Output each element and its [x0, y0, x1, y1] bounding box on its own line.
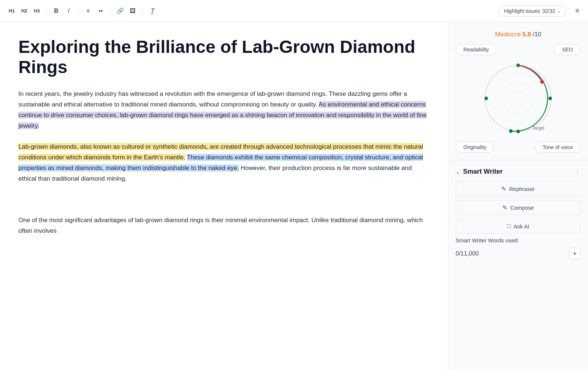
- ordered-list-button[interactable]: ≡: [82, 5, 94, 17]
- rephraser-button[interactable]: ✎ Rephraser: [456, 181, 581, 196]
- readability-button[interactable]: Readability: [456, 44, 496, 55]
- italic-button[interactable]: I: [63, 5, 75, 17]
- words-plus-button[interactable]: +: [569, 248, 581, 260]
- compose-icon: ✎: [502, 204, 507, 211]
- score-section: Mediocre 5.8 /10: [456, 31, 581, 38]
- h3-button[interactable]: H3: [31, 5, 43, 17]
- paragraph-4[interactable]: One of the most significant advantages o…: [18, 215, 430, 236]
- smart-writer-title: Smart Writer: [463, 168, 572, 176]
- top-metrics-row: Readability SEO: [456, 44, 581, 55]
- clear-format-button[interactable]: T̲: [146, 5, 158, 17]
- svg-point-7: [516, 130, 520, 133]
- svg-point-3: [510, 91, 526, 106]
- tone-of-voice-button[interactable]: Tone of voice: [535, 142, 581, 153]
- insert-buttons: 🔗 🖼: [114, 5, 139, 17]
- info-icon[interactable]: ⋮: [575, 168, 581, 175]
- score-label: Mediocre: [495, 31, 521, 38]
- rephraser-icon: ✎: [501, 185, 506, 192]
- compose-button[interactable]: ✎ Compose: [456, 200, 581, 215]
- heading-buttons: H1 H2 H3: [6, 5, 43, 17]
- highlight-issues-button[interactable]: Highlight issues 32/32 ⌄: [498, 6, 566, 17]
- section-divider: [448, 160, 588, 160]
- svg-point-1: [494, 74, 543, 123]
- sep4: [142, 7, 143, 15]
- sidebar: Mediocre 5.8 /10 Readability SEO: [448, 22, 588, 369]
- menu-button[interactable]: ≡: [572, 6, 582, 16]
- sep2: [78, 7, 79, 15]
- link-button[interactable]: 🔗: [114, 5, 126, 17]
- radar-chart-container: Target: [456, 58, 581, 139]
- editor-area[interactable]: Exploring the Brilliance of Lab-Grown Di…: [0, 22, 448, 369]
- sep3: [110, 7, 111, 15]
- bold-button[interactable]: B: [50, 5, 62, 17]
- svg-point-6: [548, 97, 552, 100]
- format-buttons: B I: [50, 5, 75, 17]
- seo-button[interactable]: SEO: [554, 44, 581, 55]
- document-title: Exploring the Brilliance of Lab-Grown Di…: [18, 37, 430, 77]
- score-max: /10: [533, 31, 541, 38]
- words-count: 0/11,000: [456, 250, 478, 257]
- highlight-issues-label: Highlight issues: [504, 8, 540, 14]
- ask-ai-button[interactable]: □ Ask AI: [456, 219, 581, 234]
- unordered-list-button[interactable]: ••: [95, 5, 107, 17]
- compose-label: Compose: [510, 205, 534, 211]
- svg-point-2: [502, 82, 534, 115]
- smart-writer-header: ⌄ Smart Writer ⋮: [456, 168, 581, 176]
- svg-point-8: [484, 97, 488, 100]
- image-button[interactable]: 🖼: [127, 5, 139, 17]
- paragraph-2[interactable]: Lab-grown diamonds, also known as cultur…: [18, 142, 430, 184]
- toolbar: H1 H2 H3 B I ≡ •• 🔗 🖼 T̲ Highlight issue…: [0, 0, 588, 22]
- svg-point-4: [485, 65, 551, 131]
- p4-text: One of the most significant advantages o…: [18, 217, 423, 234]
- paragraph-3[interactable]: [18, 195, 430, 205]
- h1-button[interactable]: H1: [6, 5, 18, 17]
- main-layout: Exploring the Brilliance of Lab-Grown Di…: [0, 22, 588, 369]
- highlight-count-badge: 32/32: [542, 8, 555, 14]
- words-max-value: 11,000: [460, 250, 478, 257]
- bottom-metrics-row: Originality Tone of voice: [456, 142, 581, 153]
- svg-point-5: [516, 64, 520, 67]
- words-count-row: 0/11,000 +: [456, 248, 581, 260]
- rephraser-label: Rephraser: [509, 186, 535, 192]
- svg-point-9: [509, 129, 513, 133]
- ask-ai-icon: □: [507, 223, 511, 229]
- sep1: [46, 7, 47, 15]
- target-label: Target: [532, 126, 545, 131]
- h2-button[interactable]: H2: [18, 5, 30, 17]
- svg-point-0: [485, 65, 551, 131]
- originality-button[interactable]: Originality: [456, 142, 494, 153]
- words-used-label: Smart Writer Words used:: [456, 237, 581, 243]
- words-used-value: 0: [456, 250, 459, 257]
- svg-point-10: [540, 80, 544, 84]
- chevron-down-icon: ⌄: [557, 8, 561, 14]
- score-value: 5.8: [522, 31, 531, 38]
- paragraph-1[interactable]: In recent years, the jewelry industry ha…: [18, 89, 430, 131]
- radar-chart: Target: [478, 58, 559, 139]
- list-buttons: ≡ ••: [82, 5, 107, 17]
- smart-writer-collapse-icon[interactable]: ⌄: [456, 169, 460, 175]
- ask-ai-label: Ask AI: [514, 223, 530, 229]
